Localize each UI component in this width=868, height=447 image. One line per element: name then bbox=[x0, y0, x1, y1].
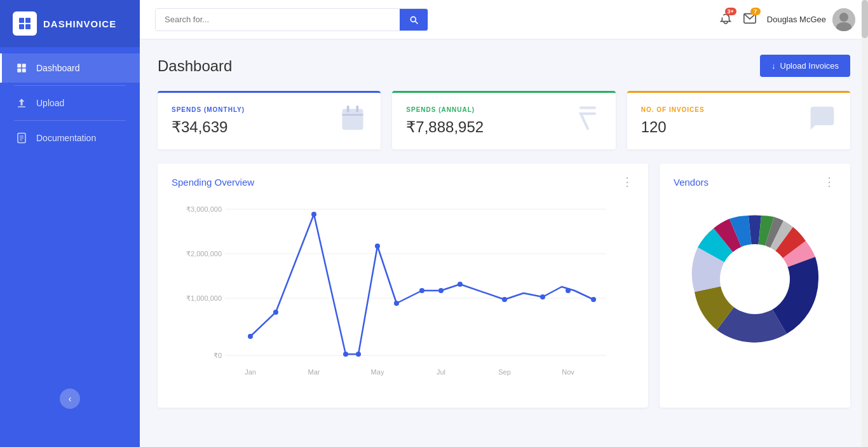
stats-row: SPENDS (MONTHLY) ₹34,639 SPENDS (ANNUAL)… bbox=[158, 91, 850, 149]
svg-text:₹3,000,000: ₹3,000,000 bbox=[186, 205, 222, 213]
svg-point-36 bbox=[273, 310, 278, 315]
svg-point-47 bbox=[566, 288, 571, 293]
notification-badge: 3+ bbox=[725, 8, 736, 15]
svg-text:Jan: Jan bbox=[245, 368, 256, 376]
stat-monthly-value: ₹34,639 bbox=[172, 118, 245, 136]
page-content: Dashboard ↓ Upload Invoices SPENDS (MONT… bbox=[140, 39, 868, 447]
spending-overview-header: Spending Overview ⋮ bbox=[172, 175, 634, 189]
page-title: Dashboard bbox=[158, 57, 232, 75]
scrollbar-track[interactable] bbox=[862, 0, 868, 447]
sidebar-documentation-label: Documentation bbox=[36, 133, 96, 143]
stat-annual-value: ₹7,888,952 bbox=[406, 118, 484, 136]
user-name: Douglas McGee bbox=[767, 15, 826, 24]
svg-text:Jul: Jul bbox=[437, 368, 445, 376]
rupee-icon bbox=[574, 104, 602, 138]
vendors-card: Vendors ⋮ bbox=[660, 163, 850, 408]
svg-point-44 bbox=[458, 282, 463, 287]
svg-point-40 bbox=[375, 244, 380, 249]
svg-text:Nov: Nov bbox=[562, 368, 574, 376]
svg-rect-1 bbox=[25, 18, 31, 23]
main-content: 3+ 7 Douglas McGee bbox=[140, 0, 868, 447]
user-menu[interactable]: Douglas McGee bbox=[767, 8, 855, 31]
svg-rect-6 bbox=[17, 69, 21, 72]
svg-point-41 bbox=[394, 301, 399, 306]
header-icons: 3+ 7 Douglas McGee bbox=[719, 8, 855, 31]
svg-rect-3 bbox=[25, 24, 31, 29]
svg-point-42 bbox=[419, 288, 424, 293]
search-icon bbox=[409, 15, 419, 25]
avatar bbox=[832, 8, 855, 31]
svg-point-15 bbox=[839, 13, 848, 22]
stat-annual-label: SPENDS (ANNUAL) bbox=[406, 106, 484, 113]
upload-btn-label: Upload Invoices bbox=[780, 61, 839, 71]
vendors-menu[interactable]: ⋮ bbox=[824, 175, 836, 189]
search-bar[interactable] bbox=[155, 8, 428, 31]
sidebar-collapse-button[interactable]: ‹ bbox=[60, 389, 80, 409]
stat-card-monthly: SPENDS (MONTHLY) ₹34,639 bbox=[158, 91, 381, 149]
charts-row: Spending Overview ⋮ ₹3,000,000 ₹2,000,00… bbox=[158, 163, 850, 408]
scrollbar-thumb[interactable] bbox=[862, 0, 868, 38]
notification-bell[interactable]: 3+ bbox=[719, 11, 733, 28]
sidebar-item-dashboard[interactable]: Dashboard bbox=[0, 53, 140, 83]
messages-badge: 7 bbox=[750, 8, 761, 15]
svg-rect-2 bbox=[19, 24, 24, 29]
svg-rect-5 bbox=[22, 64, 26, 67]
svg-text:₹1,000,000: ₹1,000,000 bbox=[186, 294, 222, 302]
svg-text:₹2,000,000: ₹2,000,000 bbox=[186, 250, 222, 258]
sidebar-logo[interactable]: DASHINVOICE bbox=[0, 0, 140, 47]
svg-point-39 bbox=[356, 352, 361, 357]
messages-icon-wrapper[interactable]: 7 bbox=[743, 11, 757, 28]
upload-invoices-button[interactable]: ↓ Upload Invoices bbox=[760, 55, 850, 77]
stat-monthly-label: SPENDS (MONTHLY) bbox=[172, 106, 245, 113]
vendors-title: Vendors bbox=[674, 177, 709, 188]
sidebar-item-upload[interactable]: Upload bbox=[0, 88, 140, 118]
header: 3+ 7 Douglas McGee bbox=[140, 0, 868, 39]
svg-rect-7 bbox=[22, 69, 26, 72]
sidebar-item-documentation[interactable]: Documentation bbox=[0, 123, 140, 153]
svg-point-48 bbox=[591, 297, 596, 302]
upload-icon-arrow: ↓ bbox=[771, 61, 776, 71]
stat-invoices-value: 120 bbox=[641, 118, 705, 136]
speech-bubble-icon bbox=[808, 104, 836, 138]
svg-rect-17 bbox=[342, 109, 363, 130]
app-name: DASHINVOICE bbox=[43, 18, 116, 29]
svg-text:Sep: Sep bbox=[498, 368, 511, 376]
stat-annual-info: SPENDS (ANNUAL) ₹7,888,952 bbox=[406, 106, 484, 136]
stat-card-invoices: NO. OF INVOICES 120 bbox=[627, 91, 850, 149]
svg-point-38 bbox=[343, 352, 348, 357]
search-input[interactable] bbox=[156, 9, 400, 30]
content-header: Dashboard ↓ Upload Invoices bbox=[158, 55, 850, 77]
svg-point-37 bbox=[311, 212, 316, 217]
stat-monthly-info: SPENDS (MONTHLY) ₹34,639 bbox=[172, 106, 245, 136]
svg-point-35 bbox=[248, 334, 253, 339]
svg-point-46 bbox=[540, 294, 545, 299]
svg-rect-0 bbox=[19, 18, 24, 23]
sidebar-upload-label: Upload bbox=[36, 98, 64, 108]
stat-card-annual: SPENDS (ANNUAL) ₹7,888,952 bbox=[392, 91, 615, 149]
svg-point-43 bbox=[438, 288, 444, 293]
spending-overview-menu[interactable]: ⋮ bbox=[621, 175, 634, 189]
spending-overview-chart: ₹3,000,000 ₹2,000,000 ₹1,000,000 ₹0 Jan … bbox=[172, 196, 634, 396]
svg-point-45 bbox=[502, 297, 507, 302]
logo-icon bbox=[13, 11, 37, 36]
svg-text:₹0: ₹0 bbox=[214, 352, 222, 359]
svg-rect-4 bbox=[17, 64, 21, 67]
stat-invoices-label: NO. OF INVOICES bbox=[641, 106, 705, 113]
svg-text:Mar: Mar bbox=[308, 368, 320, 376]
vendors-header: Vendors ⋮ bbox=[674, 175, 836, 189]
svg-text:May: May bbox=[371, 368, 384, 376]
spending-overview-card: Spending Overview ⋮ ₹3,000,000 ₹2,000,00… bbox=[158, 163, 648, 408]
svg-rect-8 bbox=[18, 106, 25, 107]
vendors-donut-chart bbox=[674, 196, 836, 362]
calendar-icon bbox=[339, 104, 367, 138]
svg-point-49 bbox=[720, 244, 790, 314]
sidebar-dashboard-label: Dashboard bbox=[36, 63, 80, 73]
search-button[interactable] bbox=[400, 9, 428, 31]
sidebar: DASHINVOICE Dashboard Upload bbox=[0, 0, 140, 447]
stat-invoices-info: NO. OF INVOICES 120 bbox=[641, 106, 705, 136]
spending-overview-title: Spending Overview bbox=[172, 177, 254, 188]
